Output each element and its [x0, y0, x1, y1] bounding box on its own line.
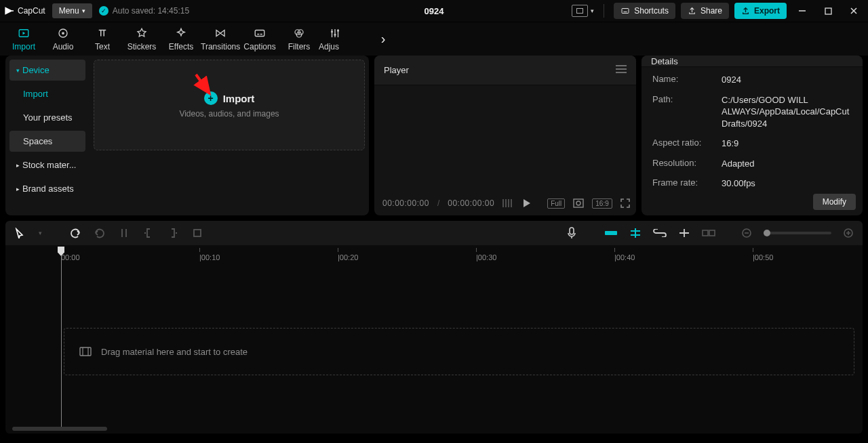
collapse-icon [702, 228, 715, 238]
tab-label: Text [95, 42, 110, 51]
menu-button[interactable]: Menu ▾ [52, 3, 92, 18]
window-close-button[interactable] [844, 2, 864, 20]
ruler-label: 00:10 [201, 253, 220, 261]
svg-point-13 [576, 201, 580, 205]
zoom-slider[interactable] [764, 232, 831, 234]
minus-circle-icon [742, 228, 751, 238]
tab-label: Transitions [201, 42, 240, 51]
focus-icon [573, 198, 584, 208]
export-icon [741, 7, 750, 16]
timeline-ruler[interactable]: 00:00 |00:10 |00:20 |00:30 |00:40 |00:50 [5, 245, 863, 260]
snap-icon [629, 228, 642, 238]
sidebar-item-label: Stock mater... [22, 160, 76, 170]
crop-button[interactable] [190, 226, 205, 240]
tab-audio[interactable]: Audio [43, 24, 83, 56]
shortcuts-button[interactable]: Shortcuts [614, 3, 675, 19]
sidebar-item-stock[interactable]: ▸Stock mater... [9, 154, 85, 175]
modify-button[interactable]: Modify [813, 194, 856, 210]
play-icon [521, 198, 531, 208]
snapshot-button[interactable] [573, 198, 584, 208]
redo-icon [94, 228, 106, 238]
plus-icon: + [204, 91, 218, 105]
detail-path: Path:C:/Users/GOOD WILL ALWAYS/AppData/L… [652, 94, 852, 130]
svg-rect-12 [574, 199, 583, 207]
tab-label: Effects [169, 42, 193, 51]
tab-label: Stickers [127, 42, 157, 51]
share-button[interactable]: Share [681, 3, 729, 19]
player-ratio-button[interactable]: 16:9 [592, 198, 612, 209]
auto-snap-button[interactable] [628, 226, 643, 240]
link-icon [653, 229, 667, 237]
tab-filters[interactable]: Filters [279, 24, 319, 56]
aspect-quick-button[interactable]: ▾ [572, 5, 594, 17]
tab-transitions[interactable]: Transitions [201, 24, 240, 56]
menu-lines-icon [616, 65, 627, 73]
import-drop-hint: Videos, audios, and images [179, 109, 279, 119]
selection-tool-button[interactable] [12, 226, 27, 240]
tab-import[interactable]: Import [4, 24, 43, 56]
bracket-right-icon [167, 228, 178, 238]
svg-rect-19 [709, 230, 715, 236]
zoom-in-button[interactable] [841, 226, 856, 240]
linkage-button[interactable] [652, 226, 667, 240]
play-button[interactable] [521, 198, 531, 208]
ruler-label: 00:30 [478, 253, 497, 261]
tab-effects[interactable]: Effects [161, 24, 201, 56]
timeline-drop-hint: Drag material here and start to create [101, 347, 248, 357]
split-button[interactable] [117, 226, 132, 240]
timeline-scrollbar[interactable] [12, 427, 856, 431]
undo-icon [69, 228, 81, 238]
sidebar-item-device[interactable]: ▾Device [9, 60, 85, 81]
sidebar-item-import[interactable]: Import [9, 83, 85, 104]
app-name: CapCut [18, 6, 45, 16]
capcut-logo-icon [4, 5, 15, 16]
tab-captions[interactable]: Captions [240, 24, 279, 56]
svg-rect-5 [255, 30, 264, 37]
zoom-out-button[interactable] [739, 226, 754, 240]
plus-circle-icon [844, 228, 853, 238]
tab-label: Import [12, 42, 35, 51]
import-drop-zone[interactable]: + Import Videos, audios, and images [94, 60, 365, 150]
tab-label: Audio [53, 42, 74, 51]
redo-button[interactable] [92, 226, 107, 240]
window-maximize-button[interactable] [818, 2, 838, 20]
sidebar-item-brand[interactable]: ▸Brand assets [9, 178, 85, 199]
compare-icon [502, 198, 513, 208]
player-title: Player [384, 65, 409, 75]
tab-label: Adjus [319, 42, 339, 51]
record-audio-button[interactable] [564, 226, 579, 240]
player-menu-button[interactable] [616, 65, 627, 75]
crop-icon [192, 228, 203, 238]
caret-right-icon: ▸ [16, 162, 20, 169]
tab-text[interactable]: Text [83, 24, 122, 56]
tab-label: Captions [243, 42, 275, 51]
effects-icon [174, 27, 188, 39]
timeline[interactable]: 00:00 |00:10 |00:20 |00:30 |00:40 |00:50… [5, 245, 863, 434]
ruler-label: 00:50 [755, 253, 774, 261]
slider-knob[interactable] [764, 230, 770, 236]
svg-rect-16 [570, 228, 574, 234]
clear-gaps-button[interactable] [701, 226, 716, 240]
undo-button[interactable] [68, 226, 83, 240]
sidebar-item-spaces[interactable]: Spaces [9, 131, 85, 152]
keyboard-icon [620, 7, 630, 15]
delete-right-button[interactable] [165, 226, 180, 240]
preview-axis-button[interactable] [677, 226, 692, 240]
tab-stickers[interactable]: Stickers [122, 24, 161, 56]
full-preview-button[interactable]: Full [547, 198, 565, 209]
svg-rect-18 [703, 230, 708, 236]
sidebar-item-presets[interactable]: Your presets [9, 107, 85, 128]
fullscreen-button[interactable] [620, 198, 630, 208]
selection-tool-dropdown[interactable]: ▾ [37, 226, 43, 240]
details-panel: Details Name:0924 Path:C:/Users/GOOD WIL… [642, 56, 863, 215]
main-track-magnet-button[interactable] [604, 226, 618, 240]
compare-button[interactable] [502, 198, 513, 208]
app-brand: CapCut [4, 5, 45, 16]
tabs-scroll-right-button[interactable]: › [374, 22, 392, 56]
export-button[interactable]: Export [734, 3, 787, 19]
window-minimize-button[interactable] [792, 2, 812, 20]
delete-left-button[interactable] [141, 226, 156, 240]
timeline-drop-zone[interactable]: Drag material here and start to create [64, 328, 854, 375]
scrollbar-thumb[interactable] [12, 427, 107, 431]
tab-adjust[interactable]: Adjus [319, 24, 351, 56]
